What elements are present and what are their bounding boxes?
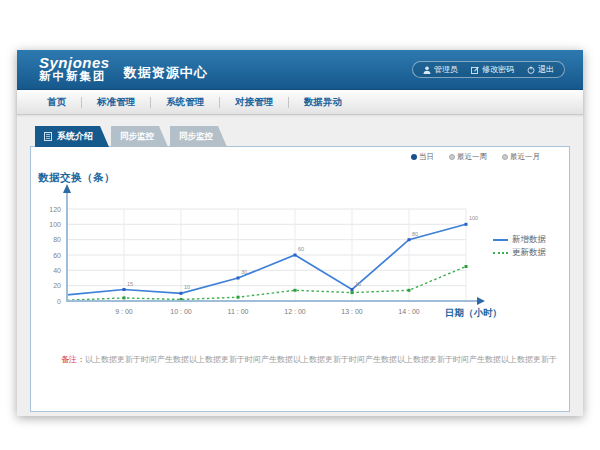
- svg-text:60: 60: [298, 246, 304, 252]
- app-header: Synjones 新中新集团 数据资源中心 管理员 修改密码 退出: [17, 50, 583, 90]
- svg-text:9 : 00: 9 : 00: [115, 308, 133, 315]
- svg-text:15: 15: [127, 281, 133, 287]
- chart-legend: 新增数据 更新数据: [493, 235, 546, 258]
- line-chart: 0204060801001209 : 0010 : 0011 : 0012 : …: [31, 147, 569, 411]
- svg-text:80: 80: [53, 236, 61, 243]
- legend-item-new-data: 新增数据: [493, 235, 546, 245]
- legend-item-updated-data: 更新数据: [493, 248, 546, 258]
- logo: Synjones 新中新集团: [39, 55, 110, 83]
- footnote-prefix: 备注：: [61, 355, 85, 364]
- change-password-button[interactable]: 修改密码: [471, 64, 514, 75]
- page-title: 数据资源中心: [124, 64, 208, 83]
- nav-item-interface-mgmt[interactable]: 对接管理: [220, 96, 288, 109]
- brand: Synjones 新中新集团 数据资源中心: [39, 55, 208, 83]
- svg-text:40: 40: [53, 267, 61, 274]
- nav-item-home[interactable]: 首页: [32, 96, 81, 109]
- document-icon: [44, 132, 52, 141]
- nav-item-data-change[interactable]: 数据异动: [289, 96, 357, 109]
- svg-text:10: 10: [184, 284, 190, 290]
- legend-line-solid-icon: [493, 239, 508, 241]
- svg-text:120: 120: [49, 206, 61, 213]
- tab-label: 系统介绍: [57, 130, 93, 143]
- logo-text: Synjones: [39, 55, 110, 70]
- user-menu: 管理员 修改密码 退出: [412, 61, 565, 78]
- svg-text:12 : 00: 12 : 00: [284, 308, 306, 315]
- svg-text:日期（小时）: 日期（小时）: [445, 307, 502, 319]
- tab-system-intro[interactable]: 系统介绍: [35, 126, 109, 147]
- tab-sync-monitor-1[interactable]: 同步监控: [111, 126, 168, 147]
- svg-text:11 : 00: 11 : 00: [228, 308, 249, 315]
- svg-text:100: 100: [49, 221, 61, 228]
- svg-text:14 : 00: 14 : 00: [398, 308, 420, 315]
- svg-text:20: 20: [53, 282, 61, 289]
- svg-text:13 : 00: 13 : 00: [341, 308, 363, 315]
- svg-text:0: 0: [57, 298, 61, 305]
- svg-text:100: 100: [469, 215, 478, 221]
- logo-subtitle: 新中新集团: [39, 70, 110, 83]
- tab-label: 同步监控: [120, 131, 154, 143]
- tab-bar: 系统介绍 同步监控 同步监控: [35, 126, 229, 147]
- power-icon: [527, 66, 535, 74]
- svg-text:15: 15: [355, 281, 361, 287]
- nav-item-standard-mgmt[interactable]: 标准管理: [82, 96, 150, 109]
- main-nav: 首页 标准管理 系统管理 对接管理 数据异动: [17, 90, 583, 115]
- footnote: 备注：以上数据更新于时间产生数据以上数据更新于时间产生数据以上数据更新于时间产生…: [61, 354, 557, 365]
- content-panel: 当日 最近一周 最近一月 数据交换（条） 0204060801001209 : …: [30, 146, 570, 412]
- edit-icon: [471, 66, 479, 74]
- footnote-text: 以上数据更新于时间产生数据以上数据更新于时间产生数据以上数据更新于时间产生数据以…: [85, 355, 557, 364]
- user-menu-admin[interactable]: 管理员: [423, 64, 458, 75]
- tab-label: 同步监控: [179, 131, 213, 143]
- svg-text:10 : 00: 10 : 00: [170, 308, 192, 315]
- logout-button[interactable]: 退出: [527, 64, 554, 75]
- tab-sync-monitor-2[interactable]: 同步监控: [170, 126, 227, 147]
- user-icon: [423, 66, 431, 74]
- app-window: Synjones 新中新集团 数据资源中心 管理员 修改密码 退出 首页 标准管…: [17, 50, 583, 416]
- nav-item-system-mgmt[interactable]: 系统管理: [151, 96, 219, 109]
- legend-line-dotted-icon: [493, 252, 508, 254]
- svg-text:60: 60: [53, 252, 61, 259]
- svg-text:30: 30: [241, 269, 247, 275]
- svg-text:80: 80: [412, 231, 418, 237]
